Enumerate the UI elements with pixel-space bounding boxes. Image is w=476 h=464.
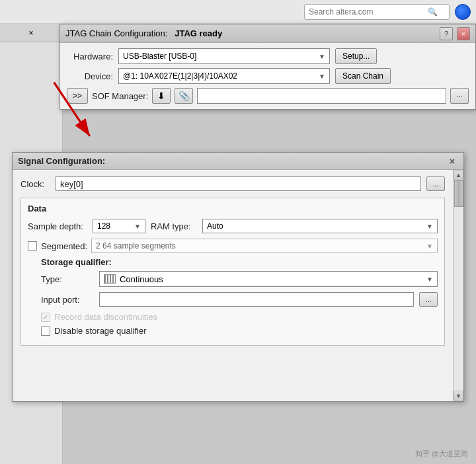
storage-qualifier-section: Storage qualifier: Type: Continuous ▼ In… — [28, 257, 438, 336]
ram-type-arrow: ▼ — [426, 223, 433, 230]
device-row: Device: @1: 10AX027E(1|2|3|4)/10AX02 ▼ S… — [67, 68, 469, 84]
checkmark-icon: ✓ — [43, 313, 48, 321]
device-dropdown[interactable]: @1: 10AX027E(1|2|3|4)/10AX02 ▼ — [118, 68, 330, 84]
device-dropdown-arrow: ▼ — [319, 73, 325, 80]
ram-type-label: RAM type: — [151, 221, 197, 231]
hardware-dropdown-arrow: ▼ — [319, 53, 325, 60]
scrollbar-thumb[interactable] — [454, 180, 463, 207]
type-label: Type: — [41, 274, 94, 284]
hardware-dropdown[interactable]: USB-Blaster [USB-0] ▼ — [118, 48, 330, 64]
scan-chain-button[interactable]: Scan Chain — [335, 68, 391, 84]
input-port-dots-button[interactable]: ... — [419, 292, 438, 307]
jtag-titlebar: JTAG Chain Configuration: JTAG ready ? × — [60, 24, 475, 43]
setup-button[interactable]: Setup... — [335, 48, 377, 64]
search-icon: 🔍 — [428, 7, 438, 17]
browser-bar: 🔍 — [0, 0, 476, 24]
input-port-row: Input port: ... — [41, 292, 438, 307]
scroll-up-button[interactable]: ▲ — [454, 170, 463, 180]
signal-title: Signal Configuration: — [18, 156, 105, 166]
signal-close-button[interactable]: × — [446, 155, 458, 167]
signal-window: Signal Configuration: × Clock: key[0] ..… — [12, 152, 464, 402]
clock-label: Clock: — [20, 179, 50, 189]
segmented-dropdown-arrow: ▼ — [426, 243, 433, 250]
clock-row: Clock: key[0] ... — [20, 176, 445, 191]
record-checkbox[interactable]: ✓ — [41, 313, 50, 322]
disable-sq-checkbox[interactable] — [41, 327, 50, 336]
jtag-window: JTAG Chain Configuration: JTAG ready ? ×… — [60, 24, 476, 110]
segmented-row: Segmented: 2 64 sample segments ▼ — [28, 239, 438, 253]
segmented-checkbox[interactable] — [28, 241, 37, 251]
disable-sq-label: Disable storage qualifier — [54, 326, 146, 336]
jtag-title: JTAG Chain Configuration: JTAG ready — [65, 28, 222, 38]
sof-attach-icon[interactable]: 📎 — [175, 88, 193, 104]
clock-value-field: key[0] — [56, 176, 421, 191]
sof-arrow-button[interactable]: >> — [67, 88, 88, 104]
type-dropdown[interactable]: Continuous ▼ — [99, 271, 438, 287]
hardware-label: Hardware: — [67, 52, 113, 61]
type-row: Type: Continuous ▼ — [41, 271, 438, 287]
scrollbar: ▲ ▼ — [453, 170, 463, 401]
search-input[interactable] — [309, 7, 428, 17]
ram-type-dropdown[interactable]: Auto ▼ — [202, 219, 438, 233]
watermark: 知乎 @大道至简 — [415, 449, 468, 459]
input-port-label: Input port: — [41, 295, 94, 305]
close-button[interactable]: × — [457, 27, 470, 40]
jtag-body: Hardware: USB-Blaster [USB-0] ▼ Setup...… — [60, 43, 475, 109]
left-tab: × — [0, 24, 62, 42]
segmented-label: Segmented: — [41, 241, 87, 251]
scrollbar-track — [454, 180, 463, 391]
globe-icon[interactable] — [455, 4, 471, 20]
sof-row: >> SOF Manager: ⬇ 📎 ··· — [67, 88, 469, 104]
data-section: Data Sample depth: 128 ▼ RAM type: Auto … — [20, 198, 445, 346]
search-bar[interactable]: 🔍 — [304, 4, 450, 20]
type-dropdown-arrow: ▼ — [426, 276, 433, 283]
sample-depth-arrow: ▼ — [134, 223, 141, 230]
clock-dots-button[interactable]: ... — [426, 176, 445, 191]
signal-body: Clock: key[0] ... Data Sample depth: 128… — [13, 170, 463, 401]
record-row: ✓ Record data discontinuities — [41, 312, 438, 322]
segmented-dropdown[interactable]: 2 64 sample segments ▼ — [91, 239, 438, 253]
continuous-icon — [104, 274, 116, 284]
sof-label: SOF Manager: — [92, 91, 148, 101]
close-tab-icon[interactable]: × — [28, 28, 33, 38]
sof-field[interactable] — [197, 88, 446, 104]
disable-sq-row: Disable storage qualifier — [41, 326, 438, 336]
signal-titlebar: Signal Configuration: × — [13, 153, 463, 170]
sof-dots-button[interactable]: ··· — [450, 88, 469, 104]
sample-depth-label: Sample depth: — [28, 221, 87, 231]
storage-qualifier-title: Storage qualifier: — [41, 257, 438, 267]
input-port-field[interactable] — [99, 292, 414, 307]
sof-download-icon[interactable]: ⬇ — [152, 88, 171, 104]
help-button[interactable]: ? — [440, 27, 453, 40]
signal-content: Clock: key[0] ... Data Sample depth: 128… — [13, 170, 453, 401]
record-label: Record data discontinuities — [54, 312, 157, 322]
sample-depth-dropdown[interactable]: 128 ▼ — [93, 219, 145, 233]
scroll-down-button[interactable]: ▼ — [454, 391, 463, 401]
device-label: Device: — [67, 71, 113, 81]
title-icons: ? × — [440, 27, 470, 40]
data-section-title: Data — [28, 204, 438, 213]
sample-depth-row: Sample depth: 128 ▼ RAM type: Auto ▼ — [28, 219, 438, 233]
hardware-row: Hardware: USB-Blaster [USB-0] ▼ Setup... — [67, 48, 469, 64]
